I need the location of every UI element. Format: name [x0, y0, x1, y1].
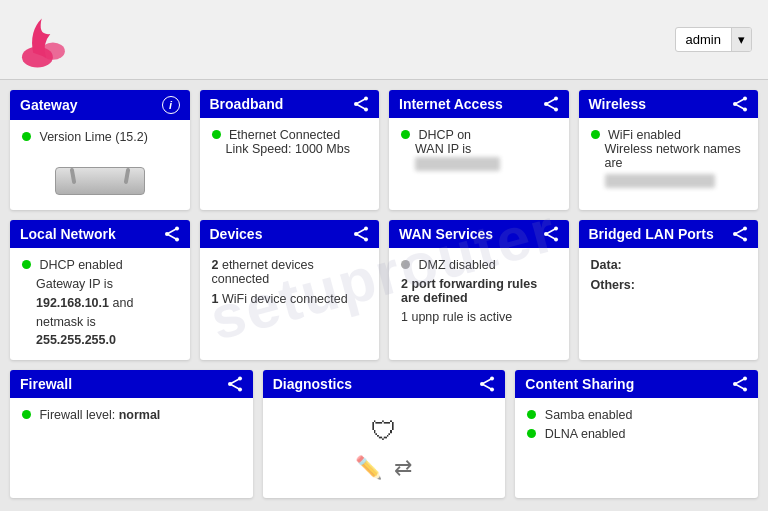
row-3: Firewall Firewall level: normal: [10, 370, 758, 498]
card-gateway: Gateway i Version Lime (15.2): [10, 90, 190, 210]
card-broadband: Broadband Ethernet Connected: [200, 90, 380, 210]
row-2: Local Network DHCP enabled: [10, 220, 758, 360]
share-icon-internet[interactable]: [543, 96, 559, 112]
svg-line-50: [735, 379, 745, 385]
card-gateway-body: Version Lime (15.2): [10, 120, 190, 210]
card-broadband-header: Broadband: [200, 90, 380, 118]
dropdown-arrow[interactable]: ▾: [731, 28, 751, 51]
card-wireless-body: WiFi enabled Wireless network names are …: [579, 118, 759, 208]
main-content: Gateway i Version Lime (15.2): [0, 80, 768, 511]
status-dot-samba: [527, 410, 536, 419]
bridged-data: Data:: [591, 258, 747, 272]
card-local-network-body: DHCP enabled Gateway IP is 192.168.10.1 …: [10, 248, 190, 360]
card-local-network-header: Local Network: [10, 220, 190, 248]
dlna-status: DLNA enabled: [527, 427, 746, 441]
local-network-title: Local Network: [20, 226, 116, 242]
svg-line-45: [482, 379, 492, 385]
share-icon-wan[interactable]: [543, 226, 559, 242]
card-internet-header: Internet Access: [389, 90, 569, 118]
svg-line-5: [356, 99, 366, 105]
card-wan-body: DMZ disabled 2 port forwarding rules are…: [389, 248, 569, 338]
card-internet-body: DHCP on WAN IP is xxx.xxx.xxx.xxx: [389, 118, 569, 208]
card-wireless-header: Wireless: [579, 90, 759, 118]
status-dot-green: [22, 132, 31, 141]
antenna-right: [123, 168, 130, 184]
internet-wanip: WAN IP is xxx.xxx.xxx.xxx: [401, 142, 557, 171]
devices-ethernet: 2 ethernet devices connected: [212, 258, 368, 286]
internet-dhcp: DHCP on: [401, 128, 557, 142]
status-dot-dlna: [527, 429, 536, 438]
broadband-title: Broadband: [210, 96, 284, 112]
gateway-version: Version Lime (15.2): [22, 130, 178, 144]
card-wireless: Wireless WiFi enabled Wir: [579, 90, 759, 210]
share-icon-devices[interactable]: [353, 226, 369, 242]
bridged-title: Bridged LAN Ports: [589, 226, 714, 242]
svg-line-31: [546, 234, 556, 240]
diagnostics-title: Diagnostics: [273, 376, 352, 392]
card-bridged-header: Bridged LAN Ports: [579, 220, 759, 248]
shield-icon: 🛡: [371, 416, 397, 447]
wireless-ssid-value: NetworkName: [591, 173, 747, 188]
card-local-network: Local Network DHCP enabled: [10, 220, 190, 360]
status-dot-local: [22, 260, 31, 269]
firewall-level: Firewall level: normal: [22, 408, 241, 422]
svg-line-40: [230, 379, 240, 385]
ssid-blurred: NetworkName: [605, 174, 715, 188]
admin-dropdown[interactable]: admin ▾: [675, 27, 752, 52]
wan-upnp: 1 upnp rule is active: [401, 310, 557, 324]
broadband-status: Ethernet Connected: [212, 128, 368, 142]
svg-line-21: [167, 234, 177, 240]
admin-label: admin: [676, 28, 731, 51]
share-icon[interactable]: [353, 96, 369, 112]
card-bridged-body: Data: Others:: [579, 248, 759, 338]
card-firewall-header: Firewall: [10, 370, 253, 398]
card-broadband-body: Ethernet Connected Link Speed: 1000 Mbs: [200, 118, 380, 208]
card-content-sharing: Content Sharing Samba enabled: [515, 370, 758, 498]
share-icon-local[interactable]: [164, 226, 180, 242]
netmask-value: 255.255.255.0: [36, 333, 116, 347]
svg-line-41: [230, 384, 240, 390]
wireless-title: Wireless: [589, 96, 646, 112]
svg-line-46: [482, 384, 492, 390]
svg-line-51: [735, 384, 745, 390]
wan-dmz: DMZ disabled: [401, 258, 557, 272]
card-devices-body: 2 ethernet devices connected 1 WiFi devi…: [200, 248, 380, 338]
logo: [16, 10, 76, 70]
samba-status: Samba enabled: [527, 408, 746, 422]
card-firewall: Firewall Firewall level: normal: [10, 370, 253, 498]
row-1: Gateway i Version Lime (15.2): [10, 90, 758, 210]
wan-title: WAN Services: [399, 226, 493, 242]
status-dot-internet: [401, 130, 410, 139]
pen-icon: ✏️: [355, 455, 382, 481]
wan-ip-value: xxx.xxx.xxx.xxx: [415, 157, 500, 171]
firewall-title: Firewall: [20, 376, 72, 392]
share-icon-wireless[interactable]: [732, 96, 748, 112]
router-image: [55, 150, 145, 195]
svg-line-10: [546, 99, 556, 105]
svg-line-30: [546, 229, 556, 235]
local-dhcp: DHCP enabled: [22, 258, 178, 272]
card-diagnostics: Diagnostics 🛡 ✏️: [263, 370, 506, 498]
share-icon-content[interactable]: [732, 376, 748, 392]
card-content-sharing-body: Samba enabled DLNA enabled: [515, 398, 758, 488]
status-dot-wan: [401, 260, 410, 269]
info-icon[interactable]: i: [162, 96, 180, 114]
share-icon-firewall[interactable]: [227, 376, 243, 392]
devices-title: Devices: [210, 226, 263, 242]
svg-line-36: [735, 234, 745, 240]
status-dot-wireless: [591, 130, 600, 139]
local-gateway-ip: Gateway IP is 192.168.10.1 and netmask i…: [22, 275, 178, 350]
card-content-sharing-header: Content Sharing: [515, 370, 758, 398]
share-icon-bridged[interactable]: [732, 226, 748, 242]
svg-line-26: [356, 234, 366, 240]
diag-tool-icons: ✏️ ⇄: [355, 455, 412, 481]
share-icon-diagnostics[interactable]: [479, 376, 495, 392]
gateway-ip-value: 192.168.10.1: [36, 296, 109, 310]
antenna-left: [69, 168, 76, 184]
card-devices: Devices 2 ethernet devices connected 1: [200, 220, 380, 360]
status-dot-broadband: [212, 130, 221, 139]
content-sharing-title: Content Sharing: [525, 376, 634, 392]
network-icon: ⇄: [394, 455, 412, 481]
portfwd-text: port forwarding rules are defined: [401, 277, 537, 305]
svg-line-16: [735, 104, 745, 110]
